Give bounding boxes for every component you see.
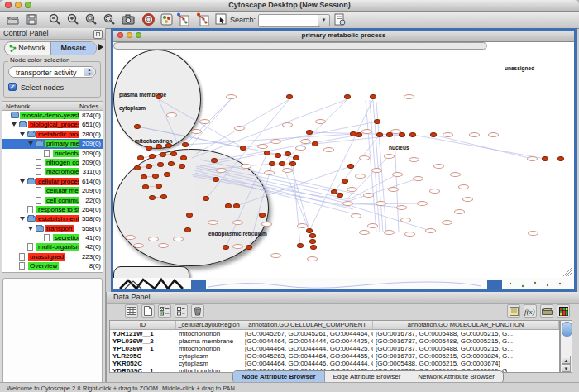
- table-cell[interactable]: YPL036W__2: [110, 337, 176, 345]
- network-node-selected[interactable]: [310, 245, 317, 250]
- network-node[interactable]: [173, 237, 184, 241]
- network-node[interactable]: [342, 201, 353, 206]
- network-node[interactable]: [297, 223, 308, 228]
- network-node-selected[interactable]: [309, 233, 316, 238]
- attribute-browser-tab[interactable]: Node Attribute Browser: [233, 371, 325, 383]
- network-node-selected[interactable]: [264, 151, 270, 155]
- network-node[interactable]: [133, 243, 144, 248]
- attribute-browser-tab[interactable]: Edge Attribute Browser: [325, 371, 410, 383]
- table-row[interactable]: YLR295Ccytoplasm[GO:0045263, GO:0044464,…: [110, 352, 559, 360]
- network-node[interactable]: [270, 139, 281, 144]
- network-node[interactable]: [359, 155, 370, 160]
- network-node[interactable]: [384, 230, 395, 235]
- tree-row[interactable]: nitrogen compo209(0): [2, 158, 103, 167]
- tree-row[interactable]: multi-organism pro42(0): [2, 242, 103, 251]
- network-node[interactable]: [450, 172, 461, 177]
- network-node-selected[interactable]: [409, 132, 416, 137]
- network-node-selected[interactable]: [374, 119, 380, 124]
- scrollbar-thumb[interactable]: [562, 322, 572, 337]
- network-node-selected[interactable]: [542, 156, 548, 161]
- network-node-selected[interactable]: [430, 132, 437, 137]
- network-node-selected[interactable]: [179, 164, 185, 169]
- network-node[interactable]: [264, 170, 275, 175]
- network-node-selected[interactable]: [240, 146, 246, 151]
- network-node[interactable]: [359, 230, 370, 235]
- network-node[interactable]: [270, 253, 281, 258]
- table-cell[interactable]: [GO:0044464, GO:0044444, GO:0044425, G..…: [242, 345, 373, 352]
- network-node-selected[interactable]: [165, 143, 172, 148]
- network-node[interactable]: [208, 220, 218, 225]
- network-node-selected[interactable]: [157, 162, 164, 167]
- network-node-selected[interactable]: [134, 165, 141, 170]
- network-node-selected[interactable]: [156, 144, 162, 149]
- search-input[interactable]: [258, 14, 321, 27]
- open-session-button[interactable]: [5, 12, 20, 26]
- table-cell[interactable]: cytoplasm: [176, 352, 242, 360]
- network-node[interactable]: [469, 132, 480, 137]
- network-node-selected[interactable]: [285, 151, 291, 156]
- network-node-selected[interactable]: [223, 245, 229, 250]
- tree-row[interactable]: Overview8(0): [2, 261, 103, 270]
- expander-icon[interactable]: [28, 141, 33, 146]
- node-color-dropdown[interactable]: transporter activity ▲▼: [8, 66, 96, 78]
- network-node-selected[interactable]: [246, 245, 252, 250]
- help-lifering-icon[interactable]: [141, 12, 156, 26]
- table-cell[interactable]: [GO:0045267, GO:0045261, GO:0044464, G..…: [242, 330, 373, 337]
- table-cell[interactable]: YDR039C__1: [110, 367, 176, 374]
- network-node[interactable]: [125, 235, 136, 240]
- network-node-selected[interactable]: [149, 154, 156, 159]
- snapshot-camera-icon[interactable]: [121, 12, 136, 26]
- tree-row[interactable]: secretion41(0): [2, 233, 103, 242]
- network-node-selected[interactable]: [184, 227, 191, 232]
- table-row[interactable]: YPL036W__2plasma membrane[GO:0044464, GO…: [110, 337, 559, 345]
- attribute-batch-select-button[interactable]: [158, 304, 171, 318]
- network-node-selected[interactable]: [149, 195, 156, 200]
- table-cell[interactable]: YKR052C: [110, 360, 176, 367]
- network-node[interactable]: [433, 164, 444, 169]
- table-cell[interactable]: [GO:0044464, GO:0044446, GO:0044444, G..…: [242, 360, 373, 367]
- expander-icon[interactable]: [20, 217, 25, 221]
- table-cell[interactable]: [GO:0016787, GO:0005488, GO:0005215, G..…: [373, 337, 559, 345]
- expander-icon[interactable]: [12, 122, 17, 127]
- network-node-selected[interactable]: [156, 184, 162, 189]
- tree-row[interactable]: cellular process614(0): [2, 177, 103, 186]
- network-node-selected[interactable]: [399, 132, 405, 137]
- network-node[interactable]: [442, 220, 452, 225]
- network-node[interactable]: [384, 154, 395, 159]
- tab-network[interactable]: Network: [5, 42, 50, 55]
- network-node-selected[interactable]: [146, 146, 152, 151]
- network-canvas[interactable]: plasma membrane cytoplasm mitochondrion …: [113, 42, 574, 289]
- network-node-selected[interactable]: [211, 158, 218, 163]
- table-cell[interactable]: [GO:0005488, GO:0005215, GO:0003674]: [373, 360, 559, 367]
- network-node[interactable]: [413, 176, 423, 181]
- table-scrollbar[interactable]: ▲ ▼: [560, 320, 572, 373]
- table-column-header[interactable]: ID: [110, 321, 176, 329]
- network-node[interactable]: [400, 218, 411, 222]
- network-node[interactable]: [232, 220, 243, 225]
- network-node[interactable]: [355, 174, 366, 179]
- network-node[interactable]: [148, 237, 159, 241]
- zoom-in-icon[interactable]: [65, 12, 80, 26]
- network-node[interactable]: [363, 193, 374, 198]
- network-node-selected[interactable]: [347, 164, 354, 169]
- network-node-selected[interactable]: [146, 164, 152, 169]
- table-cell[interactable]: cytoplasm: [176, 360, 242, 367]
- network-node-selected[interactable]: [233, 203, 240, 208]
- table-column-header[interactable]: annotation.GO CELLULAR_COMPONENT: [242, 321, 373, 329]
- network-node-selected[interactable]: [203, 196, 209, 201]
- table-cell[interactable]: mitochondrion: [176, 330, 242, 337]
- table-cell[interactable]: mitochondrion: [176, 345, 242, 352]
- network-node-selected[interactable]: [142, 184, 149, 189]
- select-attributes-button[interactable]: [125, 304, 138, 318]
- network-node[interactable]: [307, 256, 318, 261]
- network-node-selected[interactable]: [286, 94, 293, 99]
- network-node[interactable]: [199, 119, 210, 124]
- network-node-selected[interactable]: [156, 94, 162, 99]
- network-node[interactable]: [351, 213, 361, 218]
- network-node[interactable]: [388, 187, 399, 192]
- network-node-selected[interactable]: [386, 132, 393, 137]
- network-node-selected[interactable]: [312, 141, 318, 146]
- network-node[interactable]: [376, 201, 386, 206]
- expander-icon[interactable]: [20, 179, 25, 184]
- network-node[interactable]: [241, 164, 251, 169]
